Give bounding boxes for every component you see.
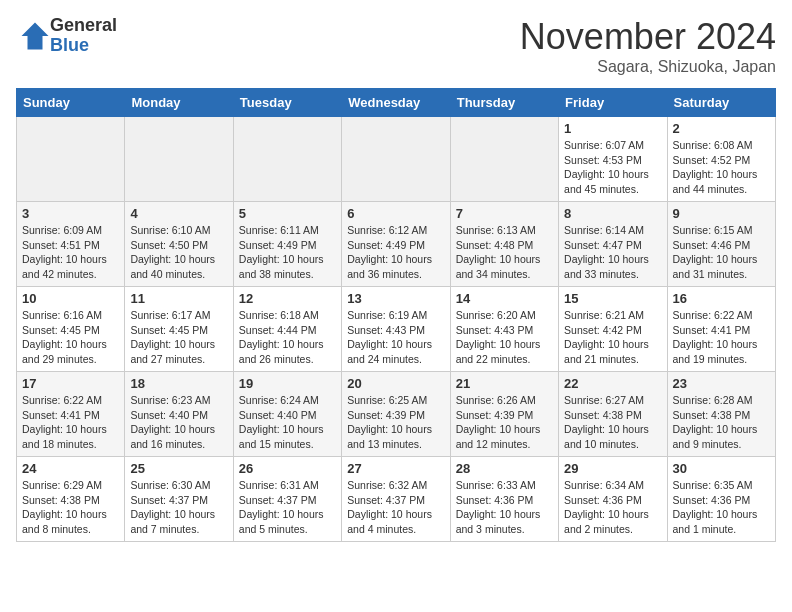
calendar-day-cell: 9Sunrise: 6:15 AM Sunset: 4:46 PM Daylig… bbox=[667, 202, 775, 287]
calendar-day-cell: 17Sunrise: 6:22 AM Sunset: 4:41 PM Dayli… bbox=[17, 372, 125, 457]
day-number: 5 bbox=[239, 206, 336, 221]
day-number: 17 bbox=[22, 376, 119, 391]
col-header-thursday: Thursday bbox=[450, 89, 558, 117]
day-info: Sunrise: 6:27 AM Sunset: 4:38 PM Dayligh… bbox=[564, 393, 661, 452]
calendar-week-row: 1Sunrise: 6:07 AM Sunset: 4:53 PM Daylig… bbox=[17, 117, 776, 202]
calendar-day-cell: 7Sunrise: 6:13 AM Sunset: 4:48 PM Daylig… bbox=[450, 202, 558, 287]
day-number: 6 bbox=[347, 206, 444, 221]
day-info: Sunrise: 6:17 AM Sunset: 4:45 PM Dayligh… bbox=[130, 308, 227, 367]
day-number: 4 bbox=[130, 206, 227, 221]
day-info: Sunrise: 6:22 AM Sunset: 4:41 PM Dayligh… bbox=[673, 308, 770, 367]
day-info: Sunrise: 6:35 AM Sunset: 4:36 PM Dayligh… bbox=[673, 478, 770, 537]
day-number: 29 bbox=[564, 461, 661, 476]
header: General Blue November 2024 Sagara, Shizu… bbox=[16, 16, 776, 76]
day-number: 12 bbox=[239, 291, 336, 306]
calendar-day-cell: 16Sunrise: 6:22 AM Sunset: 4:41 PM Dayli… bbox=[667, 287, 775, 372]
day-info: Sunrise: 6:15 AM Sunset: 4:46 PM Dayligh… bbox=[673, 223, 770, 282]
calendar-day-cell bbox=[233, 117, 341, 202]
day-info: Sunrise: 6:09 AM Sunset: 4:51 PM Dayligh… bbox=[22, 223, 119, 282]
logo-icon bbox=[20, 21, 50, 51]
svg-marker-0 bbox=[22, 22, 49, 49]
calendar-week-row: 3Sunrise: 6:09 AM Sunset: 4:51 PM Daylig… bbox=[17, 202, 776, 287]
day-number: 20 bbox=[347, 376, 444, 391]
day-number: 11 bbox=[130, 291, 227, 306]
calendar-day-cell: 21Sunrise: 6:26 AM Sunset: 4:39 PM Dayli… bbox=[450, 372, 558, 457]
day-info: Sunrise: 6:08 AM Sunset: 4:52 PM Dayligh… bbox=[673, 138, 770, 197]
col-header-friday: Friday bbox=[559, 89, 667, 117]
col-header-sunday: Sunday bbox=[17, 89, 125, 117]
calendar-day-cell: 19Sunrise: 6:24 AM Sunset: 4:40 PM Dayli… bbox=[233, 372, 341, 457]
day-info: Sunrise: 6:34 AM Sunset: 4:36 PM Dayligh… bbox=[564, 478, 661, 537]
day-info: Sunrise: 6:29 AM Sunset: 4:38 PM Dayligh… bbox=[22, 478, 119, 537]
calendar-day-cell: 8Sunrise: 6:14 AM Sunset: 4:47 PM Daylig… bbox=[559, 202, 667, 287]
calendar-header-row: SundayMondayTuesdayWednesdayThursdayFrid… bbox=[17, 89, 776, 117]
day-info: Sunrise: 6:25 AM Sunset: 4:39 PM Dayligh… bbox=[347, 393, 444, 452]
calendar-day-cell: 15Sunrise: 6:21 AM Sunset: 4:42 PM Dayli… bbox=[559, 287, 667, 372]
day-number: 16 bbox=[673, 291, 770, 306]
day-number: 24 bbox=[22, 461, 119, 476]
day-number: 8 bbox=[564, 206, 661, 221]
col-header-saturday: Saturday bbox=[667, 89, 775, 117]
calendar-day-cell: 26Sunrise: 6:31 AM Sunset: 4:37 PM Dayli… bbox=[233, 457, 341, 542]
calendar-table: SundayMondayTuesdayWednesdayThursdayFrid… bbox=[16, 88, 776, 542]
calendar-day-cell: 22Sunrise: 6:27 AM Sunset: 4:38 PM Dayli… bbox=[559, 372, 667, 457]
day-info: Sunrise: 6:10 AM Sunset: 4:50 PM Dayligh… bbox=[130, 223, 227, 282]
location-subtitle: Sagara, Shizuoka, Japan bbox=[520, 58, 776, 76]
calendar-day-cell: 30Sunrise: 6:35 AM Sunset: 4:36 PM Dayli… bbox=[667, 457, 775, 542]
day-info: Sunrise: 6:12 AM Sunset: 4:49 PM Dayligh… bbox=[347, 223, 444, 282]
calendar-day-cell: 1Sunrise: 6:07 AM Sunset: 4:53 PM Daylig… bbox=[559, 117, 667, 202]
calendar-week-row: 10Sunrise: 6:16 AM Sunset: 4:45 PM Dayli… bbox=[17, 287, 776, 372]
day-number: 9 bbox=[673, 206, 770, 221]
day-info: Sunrise: 6:22 AM Sunset: 4:41 PM Dayligh… bbox=[22, 393, 119, 452]
calendar-day-cell: 23Sunrise: 6:28 AM Sunset: 4:38 PM Dayli… bbox=[667, 372, 775, 457]
calendar-day-cell: 27Sunrise: 6:32 AM Sunset: 4:37 PM Dayli… bbox=[342, 457, 450, 542]
day-number: 14 bbox=[456, 291, 553, 306]
day-info: Sunrise: 6:28 AM Sunset: 4:38 PM Dayligh… bbox=[673, 393, 770, 452]
title-area: November 2024 Sagara, Shizuoka, Japan bbox=[520, 16, 776, 76]
calendar-day-cell bbox=[17, 117, 125, 202]
day-number: 2 bbox=[673, 121, 770, 136]
day-number: 1 bbox=[564, 121, 661, 136]
day-info: Sunrise: 6:20 AM Sunset: 4:43 PM Dayligh… bbox=[456, 308, 553, 367]
calendar-week-row: 17Sunrise: 6:22 AM Sunset: 4:41 PM Dayli… bbox=[17, 372, 776, 457]
calendar-day-cell: 11Sunrise: 6:17 AM Sunset: 4:45 PM Dayli… bbox=[125, 287, 233, 372]
day-info: Sunrise: 6:31 AM Sunset: 4:37 PM Dayligh… bbox=[239, 478, 336, 537]
month-title: November 2024 bbox=[520, 16, 776, 58]
day-info: Sunrise: 6:07 AM Sunset: 4:53 PM Dayligh… bbox=[564, 138, 661, 197]
day-info: Sunrise: 6:30 AM Sunset: 4:37 PM Dayligh… bbox=[130, 478, 227, 537]
day-number: 7 bbox=[456, 206, 553, 221]
calendar-day-cell: 5Sunrise: 6:11 AM Sunset: 4:49 PM Daylig… bbox=[233, 202, 341, 287]
day-info: Sunrise: 6:26 AM Sunset: 4:39 PM Dayligh… bbox=[456, 393, 553, 452]
calendar-day-cell: 3Sunrise: 6:09 AM Sunset: 4:51 PM Daylig… bbox=[17, 202, 125, 287]
calendar-day-cell: 14Sunrise: 6:20 AM Sunset: 4:43 PM Dayli… bbox=[450, 287, 558, 372]
calendar-day-cell: 20Sunrise: 6:25 AM Sunset: 4:39 PM Dayli… bbox=[342, 372, 450, 457]
day-number: 30 bbox=[673, 461, 770, 476]
logo-text: General Blue bbox=[50, 16, 117, 56]
day-number: 22 bbox=[564, 376, 661, 391]
day-number: 10 bbox=[22, 291, 119, 306]
day-info: Sunrise: 6:18 AM Sunset: 4:44 PM Dayligh… bbox=[239, 308, 336, 367]
calendar-day-cell bbox=[125, 117, 233, 202]
day-number: 25 bbox=[130, 461, 227, 476]
logo: General Blue bbox=[16, 16, 117, 56]
calendar-day-cell: 24Sunrise: 6:29 AM Sunset: 4:38 PM Dayli… bbox=[17, 457, 125, 542]
day-number: 3 bbox=[22, 206, 119, 221]
day-info: Sunrise: 6:14 AM Sunset: 4:47 PM Dayligh… bbox=[564, 223, 661, 282]
day-number: 15 bbox=[564, 291, 661, 306]
day-info: Sunrise: 6:19 AM Sunset: 4:43 PM Dayligh… bbox=[347, 308, 444, 367]
day-number: 19 bbox=[239, 376, 336, 391]
logo-general-text: General bbox=[50, 16, 117, 36]
day-info: Sunrise: 6:16 AM Sunset: 4:45 PM Dayligh… bbox=[22, 308, 119, 367]
day-info: Sunrise: 6:33 AM Sunset: 4:36 PM Dayligh… bbox=[456, 478, 553, 537]
calendar-week-row: 24Sunrise: 6:29 AM Sunset: 4:38 PM Dayli… bbox=[17, 457, 776, 542]
day-number: 27 bbox=[347, 461, 444, 476]
logo-blue-text: Blue bbox=[50, 36, 117, 56]
calendar-day-cell: 28Sunrise: 6:33 AM Sunset: 4:36 PM Dayli… bbox=[450, 457, 558, 542]
day-number: 23 bbox=[673, 376, 770, 391]
day-number: 18 bbox=[130, 376, 227, 391]
day-number: 21 bbox=[456, 376, 553, 391]
calendar-day-cell: 18Sunrise: 6:23 AM Sunset: 4:40 PM Dayli… bbox=[125, 372, 233, 457]
calendar-day-cell: 13Sunrise: 6:19 AM Sunset: 4:43 PM Dayli… bbox=[342, 287, 450, 372]
day-info: Sunrise: 6:32 AM Sunset: 4:37 PM Dayligh… bbox=[347, 478, 444, 537]
day-number: 13 bbox=[347, 291, 444, 306]
